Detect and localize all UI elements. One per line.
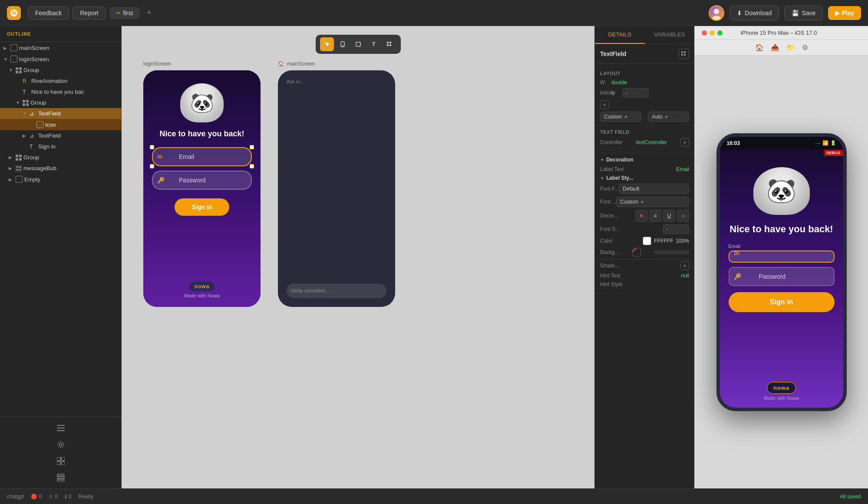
iphone-signin-button[interactable]: Sign in [729,292,835,312]
background-input[interactable] [654,250,689,254]
handle-bl [150,164,154,168]
deco-x-button[interactable]: ✕ [635,210,647,222]
sidebar-settings-button[interactable] [3,437,118,452]
sidebar-library-button[interactable] [3,454,118,468]
deco-underline-button[interactable]: U [663,210,675,222]
main-phone-frame[interactable]: Ask m... Write somethin... [278,70,395,307]
report-button[interactable]: Report [73,7,106,20]
svg-rect-32 [57,477,64,478]
iphone-settings-button[interactable]: ⚙ [802,43,808,52]
text-tool-button[interactable]: T [367,37,381,51]
sidebar-item-icon[interactable]: □ Icon [0,119,121,130]
tab-variables[interactable]: VARIABLES [645,26,695,44]
text-icon: T [371,41,377,47]
login-screen-inner: 🐼 Nice to have you back! ✉ Email [143,70,261,307]
write-something-input[interactable]: Write somethin... [287,283,386,298]
add-shadow-button[interactable]: + [680,261,689,270]
feedback-button[interactable]: Feedback [28,7,69,20]
main-axis-dropdown[interactable]: Custom ▼ [600,112,641,122]
sidebar-item-loginscreen[interactable]: ▼ loginScreen [0,53,121,65]
handle-br [250,164,254,168]
sidebar-item-signin-text[interactable]: T Sign in [0,141,121,152]
label-style-toggle[interactable]: ▼ Label Sty... [600,175,689,181]
cursor-tool-button[interactable] [320,37,334,51]
background-swatch[interactable] [632,248,641,257]
password-field-wrap[interactable]: 🔑 Password [152,171,252,190]
svg-rect-7 [16,71,18,73]
cross-axis-dropdown[interactable]: Auto ▼ [648,112,689,122]
font-decoration-buttons: ✕ ≡ U ○ [635,210,689,222]
deco-overline-button[interactable]: ○ [677,210,689,222]
handle-tl [150,145,154,149]
sidebar-layers-button[interactable] [3,421,118,435]
chevron-down-icon: ▼ [16,100,21,105]
sidebar-item-empty[interactable]: ▶ Empty [0,174,121,185]
email-field-wrap[interactable]: ✉ Email [152,147,252,166]
height-input[interactable]: - [623,88,649,98]
add-layout-button[interactable]: + [600,100,609,109]
phone-tool-button[interactable] [336,37,350,51]
font-family-dropdown[interactable]: Default [619,184,689,194]
tab-first[interactable]: ✏ first [109,7,140,19]
minimize-window-button[interactable] [710,30,715,36]
bubble-icon [16,165,22,171]
sidebar-item-group-1[interactable]: ▼ Group [0,65,121,76]
decoration-toggle[interactable]: ▼ Decoration [600,157,689,163]
svg-rect-45 [684,54,686,56]
user-avatar[interactable] [709,5,724,21]
add-controller-button[interactable]: + [680,138,689,147]
svg-rect-11 [23,103,25,106]
email-icon: ✉ [157,153,162,160]
iphone-folder-button[interactable]: 📁 [786,43,795,52]
controller-label: Controller [600,139,623,145]
download-button[interactable]: ⬇ Download [729,6,779,20]
iphone-email-input[interactable]: ✉ [729,250,835,263]
fullscreen-window-button[interactable] [717,30,723,36]
sidebar-item-textfield-2[interactable]: ▶ ⊿ TextField [0,130,121,141]
deco-strikethrough-button[interactable]: ≡ [649,210,661,222]
font-weight-dropdown[interactable]: Custom ▼ [616,197,689,207]
grid-tool-button[interactable] [383,37,396,51]
save-label: Save [802,10,815,16]
iphone-nowa-bottom: nowa Made with Nowa [764,382,799,401]
svg-point-26 [58,441,64,448]
handle-tr [250,145,254,149]
iphone-share-button[interactable]: 📤 [771,43,779,52]
iphone-home-button[interactable]: 🏠 [755,43,764,52]
rect-tool-button[interactable] [351,37,365,51]
sidebar-item-riveanimation[interactable]: R RiveAnimation [0,76,121,86]
iphone-device: 16:03 ···· 📶 🔋 DEBUG 🐼 Nice to have you … [716,133,847,411]
chevron-down-icon: ▼ [9,68,14,72]
play-button[interactable]: ▶ Play [828,6,861,20]
sidebar-item-textfield-selected[interactable]: ▼ ⊿ TextField [0,108,121,119]
sidebar-item-group-2[interactable]: ▼ Group [0,97,121,108]
download-label: Download [745,10,772,16]
sidebar-item-mainscreen[interactable]: ▶ mainScreen [0,42,121,53]
login-phone-frame[interactable]: 🐼 Nice to have you back! ✉ Email [143,70,261,307]
save-status-text: All saved [840,494,861,500]
height-label: H [611,90,620,96]
font-size-input[interactable]: - [663,224,689,234]
sidebar-item-label: TextField [38,110,118,117]
sidebar-components-button[interactable] [3,470,118,485]
color-swatch[interactable] [643,237,651,245]
iphone-password-input[interactable]: 🔑 Password [729,267,835,286]
panel-grid-button[interactable] [679,49,689,59]
password-input[interactable]: 🔑 Password [152,171,252,190]
sidebar-item-messagebub[interactable]: ▶ messageBub [0,163,121,174]
sidebar-item-group-3[interactable]: ▶ Group [0,152,121,163]
tab-details[interactable]: DETAILS [595,26,645,44]
save-button[interactable]: 💾 Save [784,6,823,20]
canvas-area[interactable]: T loginScreen [122,26,594,488]
axis-row: Custom ▼ : Auto ▼ [600,112,689,122]
email-input[interactable]: ✉ Email [152,147,252,166]
svg-rect-10 [26,100,29,102]
sidebar-item-text-nice[interactable]: T Nice to have you bac [0,86,121,97]
shadow-row: Shado... + [600,261,689,270]
password-placeholder: Password [168,177,205,184]
close-window-button[interactable] [702,30,707,36]
add-tab-button[interactable]: + [143,7,155,19]
label-text-value: Email [676,166,689,172]
signin-button[interactable]: Sign in [175,198,230,216]
panel-tabs: DETAILS VARIABLES [595,26,694,44]
